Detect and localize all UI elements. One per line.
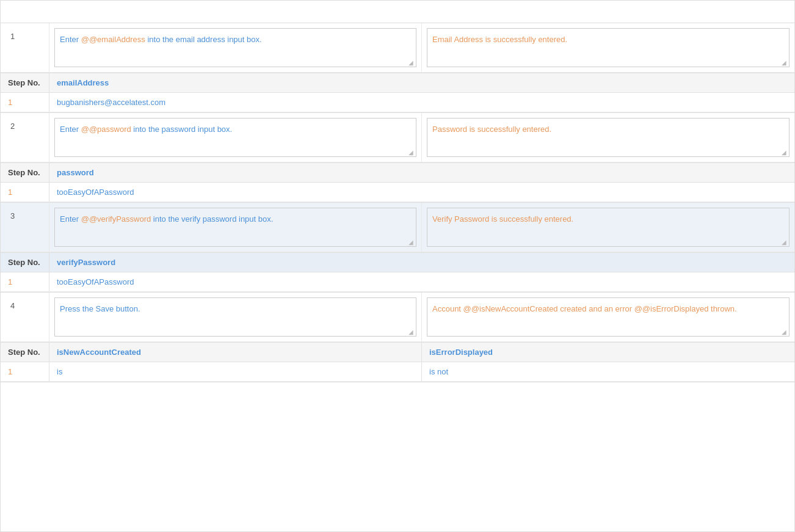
step-main-row-1: 1Enter @@emailAddress into the email add…: [1, 23, 794, 73]
action-content-2[interactable]: Enter @@password into the password input…: [54, 118, 416, 157]
result-content-3[interactable]: Verify Password is successfully entered.: [427, 208, 790, 247]
step-block-2: 2Enter @@password into the password inpu…: [1, 113, 794, 203]
action-wrapper-1: Enter @@emailAddress into the email addr…: [54, 28, 416, 67]
params-header-1: Step No.emailAddress: [1, 73, 794, 93]
action-wrapper-2: Enter @@password into the password input…: [54, 118, 416, 157]
params-row-4-0: 1isis not: [1, 362, 794, 382]
param-index-2-0: 1: [1, 183, 49, 202]
step-main-row-2: 2Enter @@password into the password inpu…: [1, 113, 794, 162]
table-header: [1, 1, 794, 23]
step-block-1: 1Enter @@emailAddress into the email add…: [1, 23, 794, 113]
step-number-2: 2: [1, 113, 49, 162]
step-action-3[interactable]: Enter @@verifyPassword into the verify p…: [49, 203, 422, 252]
params-block-2: Step No.password1tooEasyOfAPassword: [1, 162, 794, 202]
param-index-1-0: 1: [1, 93, 49, 112]
action-content-1[interactable]: Enter @@emailAddress into the email addr…: [54, 28, 416, 67]
param-value-3-0: tooEasyOfAPassword: [49, 272, 794, 291]
step-action-4[interactable]: Press the Save button.◢: [49, 293, 422, 341]
params-header-3: Step No.verifyPassword: [1, 253, 794, 272]
header-expected-result: [422, 7, 794, 16]
header-action: [49, 7, 422, 16]
action-wrapper-4: Press the Save button.◢: [54, 297, 416, 337]
action-content-4[interactable]: Press the Save button.: [54, 297, 416, 337]
param-value2-4-0: is not: [422, 362, 794, 381]
params-step-no-label-4: Step No.: [1, 343, 49, 362]
step-block-4: 4Press the Save button.◢Account @@isNewA…: [1, 293, 794, 382]
result-wrapper-3: Verify Password is successfully entered.…: [427, 208, 790, 247]
step-main-row-3: 3Enter @@verifyPassword into the verify …: [1, 203, 794, 252]
step-result-4[interactable]: Account @@isNewAccountCreated created an…: [422, 293, 794, 341]
step-number-1: 1: [1, 23, 49, 72]
param-value1-4-0: is: [49, 362, 422, 381]
params-step-no-label-3: Step No.: [1, 253, 49, 272]
action-wrapper-3: Enter @@verifyPassword into the verify p…: [54, 208, 416, 247]
params-param-name-1: emailAddress: [49, 73, 794, 92]
params-step-no-label-1: Step No.: [1, 73, 49, 92]
params-param-name-3: verifyPassword: [49, 253, 794, 272]
step-action-2[interactable]: Enter @@password into the password input…: [49, 113, 422, 162]
params-row-2-0: 1tooEasyOfAPassword: [1, 183, 794, 202]
step-action-1[interactable]: Enter @@emailAddress into the email addr…: [49, 23, 422, 72]
result-content-1[interactable]: Email Address is successfully entered.: [427, 28, 790, 67]
step-block-3: 3Enter @@verifyPassword into the verify …: [1, 203, 794, 293]
param-value-1-0: bugbanishers@accelatest.com: [49, 93, 794, 112]
params-param-name-2: password: [49, 163, 794, 182]
step-number-4: 4: [1, 293, 49, 341]
params-param-name2-4: isErrorDisplayed: [422, 343, 794, 362]
param-index-3-0: 1: [1, 272, 49, 291]
param-index-4-0: 1: [1, 362, 49, 381]
params-block-3: Step No.verifyPassword1tooEasyOfAPasswor…: [1, 252, 794, 292]
params-header-2: Step No.password: [1, 163, 794, 183]
param-value-2-0: tooEasyOfAPassword: [49, 183, 794, 202]
main-table: 1Enter @@emailAddress into the email add…: [0, 0, 795, 532]
params-row-3-0: 1tooEasyOfAPassword: [1, 272, 794, 292]
result-content-4[interactable]: Account @@isNewAccountCreated created an…: [427, 297, 790, 337]
steps-container: 1Enter @@emailAddress into the email add…: [1, 23, 794, 382]
step-result-2[interactable]: Password is successfully entered.◢: [422, 113, 794, 162]
result-wrapper-1: Email Address is successfully entered.◢: [427, 28, 790, 67]
params-header-4: Step No.isNewAccountCreatedisErrorDispla…: [1, 343, 794, 362]
params-step-no-label-2: Step No.: [1, 163, 49, 182]
step-number-3: 3: [1, 203, 49, 252]
params-param-name1-4: isNewAccountCreated: [49, 343, 422, 362]
params-block-4: Step No.isNewAccountCreatedisErrorDispla…: [1, 342, 794, 382]
header-step-no: [1, 7, 49, 16]
result-wrapper-2: Password is successfully entered.◢: [427, 118, 790, 157]
result-wrapper-4: Account @@isNewAccountCreated created an…: [427, 297, 790, 337]
step-main-row-4: 4Press the Save button.◢Account @@isNewA…: [1, 293, 794, 342]
step-result-3[interactable]: Verify Password is successfully entered.…: [422, 203, 794, 252]
action-content-3[interactable]: Enter @@verifyPassword into the verify p…: [54, 208, 416, 247]
step-result-1[interactable]: Email Address is successfully entered.◢: [422, 23, 794, 72]
params-row-1-0: 1bugbanishers@accelatest.com: [1, 93, 794, 112]
result-content-2[interactable]: Password is successfully entered.: [427, 118, 790, 157]
params-block-1: Step No.emailAddress1bugbanishers@accela…: [1, 73, 794, 112]
